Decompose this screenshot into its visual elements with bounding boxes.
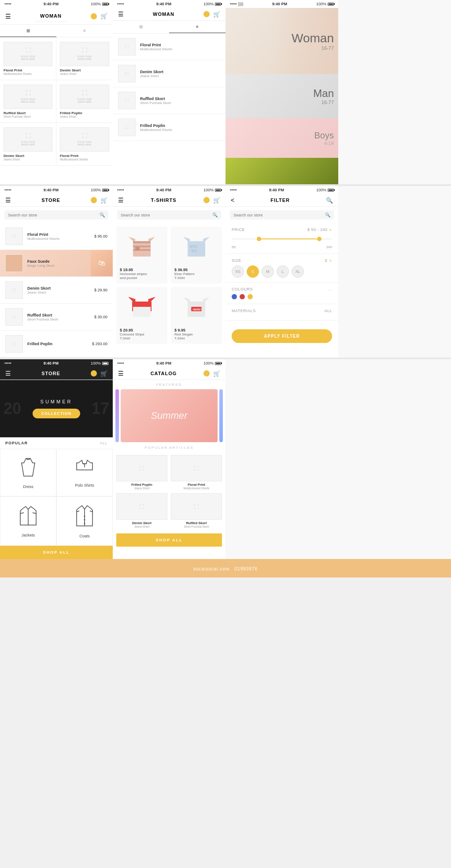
tshirt-price: $ 9.95 [174, 328, 218, 332]
size-l[interactable]: L [277, 265, 289, 278]
search-input[interactable] [8, 213, 100, 217]
tab-list[interactable]: ≡ [56, 25, 113, 37]
collection-button[interactable]: COLLECTION [33, 409, 81, 418]
product-cell[interactable]: ⛶ PLACE YOURIMAGE HERE Frilled Poplin Je… [56, 80, 113, 123]
popular-item[interactable]: ⛶ Denim Skort Jeans Short [116, 493, 167, 528]
back-button[interactable]: < [231, 197, 234, 204]
menu-icon[interactable]: ☰ [5, 13, 11, 20]
range-slider[interactable] [232, 235, 332, 243]
screen-catalog: ••••• 9:40 PM 100% ☰ CATALOG 🛒 FEATURED … [113, 359, 226, 559]
screen-woman-grid-small: ••••• 9:40 PM 100% ☰ WOMAN 🛒 ⊞ ≡ ⛶ PLACE [0, 0, 113, 184]
add-to-cart-overlay[interactable]: 🛍 [91, 250, 113, 276]
list-item-highlighted[interactable]: ⛶ Faux Suede Beige Long Skort $ 100.00 🛍 [0, 250, 113, 277]
materials-value: ALL [324, 309, 332, 313]
search-bar[interactable]: 🔍 [4, 210, 108, 220]
category-jackets[interactable]: Jackets [0, 496, 56, 546]
menu-icon[interactable]: ☰ [118, 197, 124, 204]
popular-name: Floral Print [188, 483, 205, 487]
colours-expand-icon[interactable]: ... [328, 287, 332, 291]
coin-icon[interactable] [91, 13, 97, 19]
size-s[interactable]: S [247, 265, 259, 278]
popular-item[interactable]: ⛶ Ruffled Skort Short Fuchsia Skort [171, 493, 222, 528]
category-dress[interactable]: Dress [0, 449, 56, 496]
all-label[interactable]: ALL [100, 441, 107, 445]
colour-blue[interactable] [232, 294, 237, 299]
svg-point-27 [84, 523, 85, 524]
svg-marker-16 [148, 297, 155, 302]
tab-grid[interactable]: ⊞ [113, 21, 169, 33]
coin-icon[interactable] [91, 197, 97, 203]
size-m[interactable]: M [262, 265, 274, 278]
cart-icon[interactable]: 🛒 [100, 370, 107, 377]
tab-grid[interactable]: ⊞ [0, 25, 56, 37]
list-item[interactable]: ⛶ Frilled Poplin $ 293.00 [0, 331, 113, 358]
list-item[interactable]: ⛶ Denim Skort Jeans Short $ 29.90 [0, 277, 113, 304]
search-bar[interactable]: 🔍 [117, 210, 221, 220]
category-panel-boys[interactable]: Boys 4-14 [226, 118, 338, 158]
shop-all-button[interactable]: SHOP ALL [0, 546, 113, 559]
svg-text:WN: WN [191, 249, 197, 253]
shop-all-button[interactable]: SHOP ALL [116, 533, 222, 547]
product-cell[interactable]: ⛶ PLACE YOURIMAGE HERE Denim Skort Jeans… [0, 123, 56, 166]
list-item[interactable]: ⛶ Floral Print Multicoloured Shorts [113, 34, 226, 60]
image-placeholder-icon: ⛶ [26, 133, 31, 140]
product-cell[interactable]: ⛶ PLACE YOURIMAGE HERE Denim Skort Jeans… [56, 37, 113, 80]
product-cell[interactable]: ⛶ PLACE YOURIMAGE HERE Floral Print Mult… [0, 37, 56, 80]
cart-icon[interactable]: 🛒 [100, 13, 107, 19]
coin-icon[interactable] [203, 197, 210, 203]
list-item[interactable]: ⛶ Denim Skort Jeans Short [113, 60, 226, 87]
menu-icon[interactable]: ☰ [5, 370, 11, 377]
tab-list[interactable]: ≡ [169, 21, 226, 33]
apply-filter-button[interactable]: APPLY FILTER [232, 329, 332, 343]
category-panel-extra[interactable] [226, 158, 338, 184]
coin-icon[interactable] [91, 370, 97, 376]
menu-icon[interactable]: ☰ [118, 11, 124, 18]
cart-icon[interactable]: 🛒 [213, 197, 220, 204]
coin-icon[interactable] [203, 370, 210, 376]
coin-icon[interactable] [203, 11, 210, 17]
list-item[interactable]: ⛶ Ruffled Skort Short Fuchsia Skort [113, 87, 226, 114]
range-thumb-right[interactable] [317, 237, 322, 241]
colour-red[interactable] [240, 294, 245, 299]
search-bar[interactable]: 🔍 [230, 210, 334, 220]
category-panel-woman[interactable]: Woman 16-77 [226, 8, 338, 74]
cart-icon[interactable]: 🛒 [213, 11, 220, 18]
svg-marker-10 [183, 237, 190, 241]
search-input[interactable] [121, 213, 212, 217]
product-cell[interactable]: ⛶ PLACE YOURIMAGE HERE Ruffled Skort Sho… [0, 80, 56, 123]
list-item[interactable]: ⛶ Floral Print Multicoloured Shorts $ 95… [0, 223, 113, 250]
battery-pct: 100% [316, 2, 326, 6]
list-item[interactable]: ⛶ Ruffled Skort Short Fuchsia Skort $ 30… [0, 304, 113, 331]
tshirt-card[interactable]: HERE? $ 9.95 Red SloganT-Shirt [171, 287, 222, 344]
battery-icon [328, 189, 334, 192]
featured-image[interactable]: Summer [121, 389, 218, 442]
category-coats[interactable]: Coats [56, 496, 113, 546]
popular-item[interactable]: ⛶ Frilled Poplin Jeans Short [116, 455, 167, 490]
range-thumb-left[interactable] [257, 237, 261, 241]
popular-image: ⛶ [116, 493, 167, 520]
category-polo-shirts[interactable]: Polo Shirts [56, 449, 113, 496]
cart-icon[interactable]: 🛒 [100, 197, 107, 204]
colour-yellow[interactable] [248, 294, 253, 299]
popular-item[interactable]: ⛶ Floral Print Multicoloured Shorts [171, 455, 222, 490]
category-panel-man[interactable]: Man 16-77 [226, 74, 338, 118]
menu-icon[interactable]: ☰ [5, 197, 11, 204]
cart-icon[interactable]: 🛒 [213, 370, 220, 377]
list-item[interactable]: ⛶ Frilled Poplin Multicoloured Shorts [113, 114, 226, 141]
size-xs[interactable]: XS [232, 265, 244, 278]
size-xl[interactable]: XL [292, 265, 304, 278]
search-input[interactable] [233, 213, 325, 217]
tshirt-card[interactable]: $ 20.95 Coloured StripeT-Shirt [116, 287, 167, 344]
product-price: $ 95.00 [94, 234, 107, 238]
time: 9:40 PM [156, 361, 171, 365]
tshirt-card[interactable]: KNO WN $ 36.95 Etnic PatternT-Shirt [171, 227, 222, 283]
product-cell[interactable]: ⛶ PLACE YOURIMAGE HERE Floral Print Mult… [56, 123, 113, 166]
svg-rect-13 [133, 302, 151, 304]
tshirt-card[interactable]: $ 19.95 Horizontal stripesand pocket [116, 227, 167, 283]
search-icon[interactable]: 🔍 [326, 197, 333, 204]
menu-icon[interactable]: ☰ [118, 370, 124, 377]
battery-icon [102, 362, 108, 365]
banner-year-left: 20 [4, 399, 21, 418]
product-list: ⛶ Floral Print Multicoloured Shorts ⛶ De… [113, 34, 226, 141]
svg-rect-6 [135, 247, 140, 250]
